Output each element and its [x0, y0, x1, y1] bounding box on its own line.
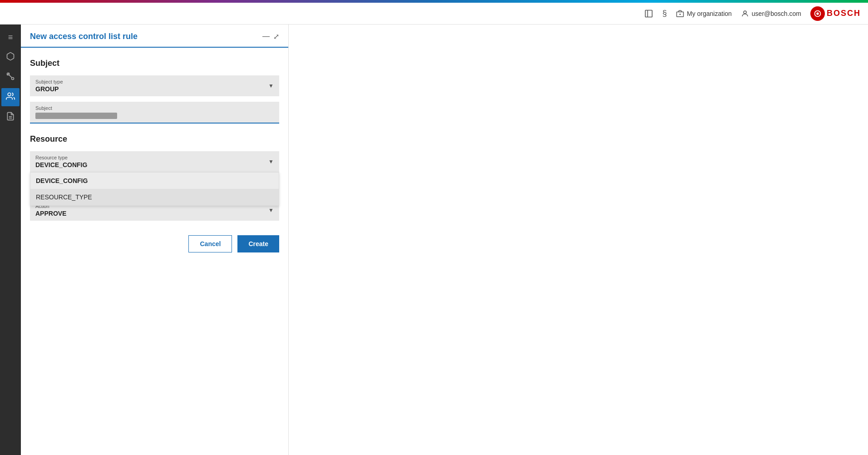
resource-type-field-group: Resource type DEVICE_CONFIG ▼ DEVICE_CON… — [30, 151, 279, 172]
panel-title: New access control list rule — [30, 32, 138, 41]
subject-type-label: Subject type — [35, 79, 274, 84]
subject-type-value: GROUP — [35, 85, 274, 93]
subject-type-field-group: Subject type GROUP ▼ — [30, 75, 279, 96]
svg-rect-0 — [645, 10, 652, 17]
resource-type-label: Resource type — [35, 155, 274, 160]
subject-input-wrapper: Subject — [30, 102, 279, 124]
acl-rule-panel: New access control list rule — ⤢ Subject… — [21, 25, 289, 455]
org-selector[interactable]: My organization — [676, 10, 732, 18]
create-button[interactable]: Create — [237, 235, 279, 252]
svg-point-13 — [8, 93, 11, 96]
subject-section-title: Subject — [30, 59, 279, 68]
sidebar-item-docs[interactable] — [1, 108, 20, 126]
dropdown-option-device-config[interactable]: DEVICE_CONFIG — [30, 173, 279, 189]
resource-type-dropdown: DEVICE_CONFIG RESOURCE_TYPE — [30, 172, 279, 206]
menu-icon: ≡ — [8, 33, 13, 42]
action-chevron-icon: ▼ — [268, 207, 274, 213]
cancel-button[interactable]: Cancel — [188, 235, 232, 252]
sidebar-item-users[interactable] — [1, 88, 20, 106]
sidebar-item-tools[interactable] — [1, 68, 20, 86]
resource-section-title: Resource — [30, 134, 279, 144]
minimize-button[interactable]: — — [262, 32, 270, 41]
bosch-logo-icon — [810, 6, 825, 21]
resource-section: Resource Resource type DEVICE_CONFIG ▼ D… — [30, 134, 279, 172]
form-buttons: Cancel Create — [30, 235, 279, 252]
bosch-brand-label: BOSCH — [827, 9, 861, 18]
subject-type-chevron-icon: ▼ — [268, 83, 274, 89]
subject-field-group: Subject — [30, 102, 279, 124]
user-info: user@bosch.com — [741, 10, 801, 18]
brand: BOSCH — [810, 6, 861, 21]
resource-type-chevron-icon: ▼ — [268, 158, 274, 165]
org-label: My organization — [687, 10, 732, 17]
subject-input-placeholder — [35, 113, 117, 119]
section-icon[interactable]: § — [662, 9, 667, 18]
header: § My organization user@bosch.com BOSCH — [0, 3, 868, 25]
users-icon — [6, 92, 15, 103]
tools-icon — [6, 72, 15, 83]
subject-type-select[interactable]: Subject type GROUP ▼ — [30, 75, 279, 96]
dropdown-option-resource-type[interactable]: RESOURCE_TYPE — [30, 189, 279, 205]
panel-body: Subject Subject type GROUP ▼ Subject — [21, 48, 288, 263]
resource-type-value: DEVICE_CONFIG — [35, 161, 274, 168]
subject-input-label: Subject — [35, 105, 274, 111]
sidebar: ≡ — [0, 25, 21, 455]
expand-button[interactable]: ⤢ — [273, 32, 279, 41]
book-icon[interactable] — [644, 9, 653, 18]
sidebar-item-menu[interactable]: ≡ — [1, 28, 20, 46]
sidebar-item-cube[interactable] — [1, 48, 20, 66]
subject-section: Subject Subject type GROUP ▼ Subject — [30, 59, 279, 124]
panel-header: New access control list rule — ⤢ — [21, 25, 288, 48]
resource-type-select[interactable]: Resource type DEVICE_CONFIG ▼ — [30, 151, 279, 172]
svg-point-10 — [12, 77, 14, 79]
user-email: user@bosch.com — [752, 10, 801, 17]
svg-line-11 — [9, 75, 12, 78]
main-content: New access control list rule — ⤢ Subject… — [21, 25, 868, 455]
svg-point-5 — [744, 11, 746, 14]
docs-icon — [6, 112, 15, 123]
action-value: APPROVE — [35, 210, 274, 217]
main-layout: ≡ — [0, 25, 868, 455]
panel-action-buttons: — ⤢ — [262, 32, 279, 41]
svg-point-8 — [816, 12, 819, 15]
cube-icon — [6, 52, 15, 63]
